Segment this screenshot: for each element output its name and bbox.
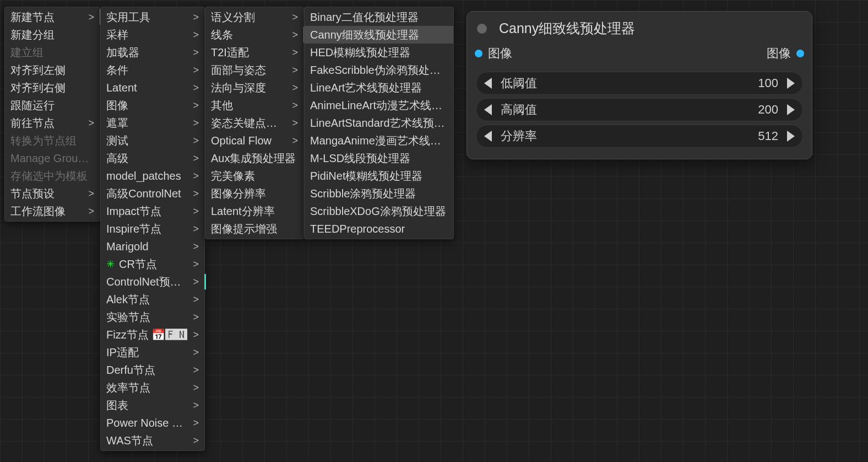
menu-item[interactable]: 其他> <box>205 96 303 114</box>
menu-item[interactable]: Aux集成预处理器 <box>205 149 303 167</box>
chevron-right-icon: > <box>193 82 199 94</box>
menu-item[interactable]: FakeScribble伪涂鸦预处理器 <box>305 61 453 79</box>
menu-item[interactable]: 图像> <box>101 96 204 114</box>
increment-icon[interactable] <box>787 104 795 115</box>
node-panel[interactable]: Canny细致线预处理器 图像 图像 低阈值 100 高阈值 200 分辨率 5… <box>466 11 812 159</box>
widget-value[interactable]: 512 <box>537 129 778 143</box>
menu-item[interactable]: 效率节点> <box>101 379 204 396</box>
menu-item[interactable]: 测试> <box>101 132 204 149</box>
menu-item-label: 面部与姿态 <box>211 64 287 76</box>
menu-item[interactable]: 实用工具> <box>101 8 204 26</box>
menu-item[interactable]: Impact节点> <box>101 202 204 220</box>
widget-value[interactable]: 100 <box>537 76 778 90</box>
decrement-icon[interactable] <box>484 131 492 142</box>
widget-high-threshold[interactable]: 高阈值 200 <box>476 98 803 121</box>
increment-icon[interactable] <box>787 131 795 142</box>
menu-item[interactable]: Latent分辨率 <box>205 202 303 220</box>
context-menu-categories[interactable]: 实用工具>采样>加载器>条件>Latent>图像>遮罩>测试>高级>model_… <box>100 7 205 451</box>
chevron-right-icon: > <box>193 117 199 129</box>
menu-item[interactable]: Inspire节点> <box>101 220 204 238</box>
menu-item[interactable]: LineArtStandard艺术线预处理器 <box>305 114 453 132</box>
menu-item[interactable]: 新建分组 <box>5 26 100 44</box>
menu-item[interactable]: Alek节点> <box>101 291 204 308</box>
menu-item[interactable]: 法向与深度> <box>205 79 303 96</box>
menu-item-label: 图表 <box>106 399 188 411</box>
increment-icon[interactable] <box>787 78 795 89</box>
menu-item[interactable]: 新建节点> <box>5 8 100 26</box>
menu-item[interactable]: 实验节点> <box>101 308 204 326</box>
menu-item[interactable]: 前往节点> <box>5 114 100 132</box>
menu-item[interactable]: ✳CR节点> <box>101 255 204 273</box>
menu-item[interactable]: WAS节点> <box>101 432 204 449</box>
menu-item-label: 跟随运行 <box>10 99 94 111</box>
menu-item[interactable]: 图像分辨率 <box>205 185 303 202</box>
menu-item[interactable]: 面部与姿态> <box>205 61 303 79</box>
menu-item[interactable]: 姿态关键点后处理> <box>205 114 303 132</box>
collapse-dot-icon[interactable] <box>477 24 487 34</box>
menu-item[interactable]: model_patches> <box>101 167 204 185</box>
menu-item[interactable]: AnimeLineArt动漫艺术线预处理器 <box>305 96 453 114</box>
menu-item[interactable]: ScribbleXDoG涂鸦预处理器 <box>305 202 453 220</box>
decrement-icon[interactable] <box>484 78 492 89</box>
menu-item[interactable]: 采样> <box>101 26 204 44</box>
widget-label: 低阈值 <box>501 75 537 92</box>
menu-item[interactable]: Binary二值化预处理器 <box>305 8 453 26</box>
menu-item[interactable]: ControlNet预处理器> <box>101 273 204 291</box>
menu-item[interactable]: 完美像素 <box>205 167 303 185</box>
menu-item[interactable]: PidiNet模糊线预处理器 <box>305 167 453 185</box>
context-menu-subcategories[interactable]: 语义分割>线条>T2I适配>面部与姿态>法向与深度>其他>姿态关键点后处理>Op… <box>205 7 304 239</box>
menu-item[interactable]: T2I适配> <box>205 44 303 61</box>
menu-item[interactable]: 语义分割> <box>205 8 303 26</box>
menu-item[interactable]: 高级ControlNet> <box>101 185 204 202</box>
menu-item[interactable]: Canny细致线预处理器 <box>305 26 453 44</box>
menu-item[interactable]: MangaAnime漫画艺术线预处理器 <box>305 132 453 149</box>
menu-item[interactable]: 加载器> <box>101 44 204 61</box>
input-dot-icon[interactable] <box>475 50 482 57</box>
menu-item-label: Derfu节点 <box>106 364 188 376</box>
menu-item[interactable]: 对齐到右侧 <box>5 79 100 96</box>
menu-item[interactable]: 遮罩> <box>101 114 204 132</box>
menu-item[interactable]: HED模糊线预处理器 <box>305 44 453 61</box>
chevron-right-icon: > <box>292 11 298 23</box>
menu-item[interactable]: 高级> <box>101 149 204 167</box>
menu-item[interactable]: 图像提示增强 <box>205 220 303 238</box>
menu-item[interactable]: 节点预设> <box>5 185 100 202</box>
menu-item[interactable]: 条件> <box>101 61 204 79</box>
menu-item[interactable]: TEEDPreprocessor <box>305 220 453 238</box>
menu-item[interactable]: 对齐到左侧 <box>5 61 100 79</box>
menu-item: 建立组 <box>5 44 100 61</box>
menu-item[interactable]: Fizz节点 📅🅵🅽> <box>101 326 204 343</box>
input-slot[interactable]: 图像 <box>475 45 512 62</box>
menu-item[interactable]: Derfu节点> <box>101 361 204 379</box>
output-dot-icon[interactable] <box>796 50 804 57</box>
context-menu-items[interactable]: Binary二值化预处理器Canny细致线预处理器HED模糊线预处理器FakeS… <box>304 7 454 239</box>
menu-item[interactable]: Marigold> <box>101 238 204 255</box>
chevron-right-icon: > <box>193 170 199 182</box>
output-slot[interactable]: 图像 <box>767 45 804 62</box>
menu-item[interactable]: 跟随运行 <box>5 96 100 114</box>
menu-item[interactable]: M-LSD线段预处理器 <box>305 149 453 167</box>
menu-item[interactable]: IP适配> <box>101 343 204 361</box>
chevron-right-icon: > <box>193 434 199 447</box>
menu-item[interactable]: LineArt艺术线预处理器 <box>305 79 453 96</box>
menu-item-label: LineArt艺术线预处理器 <box>310 82 448 94</box>
menu-item[interactable]: Scribble涂鸦预处理器 <box>305 185 453 202</box>
context-menu-root[interactable]: 新建节点>新建分组建立组对齐到左侧对齐到右侧跟随运行前往节点>转换为节点组Man… <box>4 7 100 222</box>
menu-item[interactable]: 图表> <box>101 396 204 414</box>
menu-item-label: M-LSD线段预处理器 <box>310 152 448 164</box>
menu-item[interactable]: 线条> <box>205 26 303 44</box>
chevron-right-icon: > <box>193 187 199 200</box>
menu-item[interactable]: Latent> <box>101 79 204 96</box>
decrement-icon[interactable] <box>484 104 492 115</box>
menu-item-label: 条件 <box>106 64 188 76</box>
widget-value[interactable]: 200 <box>537 103 778 117</box>
menu-item[interactable]: Power Noise Suite> <box>101 414 204 432</box>
node-titlebar[interactable]: Canny细致线预处理器 <box>467 12 812 43</box>
widget-resolution[interactable]: 分辨率 512 <box>476 125 803 148</box>
widget-low-threshold[interactable]: 低阈值 100 <box>476 72 803 95</box>
menu-item[interactable]: 工作流图像> <box>5 202 100 220</box>
menu-item-label: ScribbleXDoG涂鸦预处理器 <box>310 205 448 217</box>
menu-item[interactable]: Optical Flow> <box>205 132 303 149</box>
chevron-right-icon: > <box>193 346 199 358</box>
menu-item-label: Inspire节点 <box>106 223 188 235</box>
